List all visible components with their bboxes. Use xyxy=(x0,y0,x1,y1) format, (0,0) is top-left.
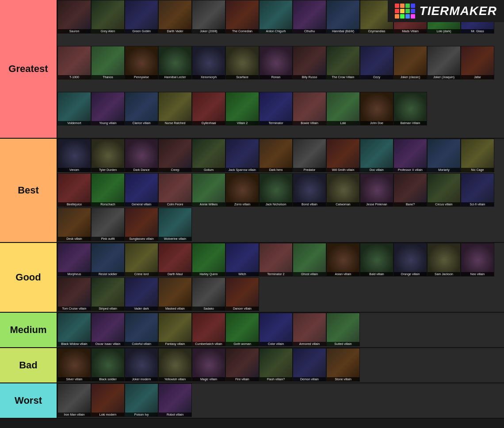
tier-cell[interactable]: Clarice villain xyxy=(125,92,158,125)
tier-cell[interactable]: Venom xyxy=(57,139,91,172)
tier-cell[interactable]: Rorschach xyxy=(91,173,125,207)
tier-cell[interactable]: General villain xyxy=(125,173,158,207)
tier-cell[interactable]: Doc villain xyxy=(360,139,393,172)
tier-cell[interactable]: Desk villain xyxy=(57,208,91,241)
tier-cell[interactable]: Billy Russo xyxy=(293,46,326,80)
tier-cell[interactable]: Robot villain xyxy=(158,383,192,417)
tier-cell[interactable]: Thanos xyxy=(91,46,125,80)
tier-cell[interactable]: Professor X villain xyxy=(393,139,427,172)
tier-cell[interactable]: Terminator xyxy=(259,92,293,125)
tier-cell[interactable]: Anton Chigurh xyxy=(259,0,293,34)
tier-cell[interactable]: Joker (2008) xyxy=(192,0,225,34)
tier-cell[interactable]: Color villain xyxy=(259,313,293,346)
tier-cell[interactable]: Flash villain? xyxy=(259,348,293,382)
tier-cell[interactable]: Jafar xyxy=(461,46,494,80)
tier-cell[interactable]: Striped villain xyxy=(91,277,125,311)
tier-cell[interactable]: Jack Nicholson xyxy=(259,173,293,207)
tier-cell[interactable]: Black Widow villain xyxy=(57,313,91,346)
tier-cell[interactable]: Wolverine villain xyxy=(158,208,192,241)
tier-cell[interactable]: Asian villain xyxy=(326,243,360,276)
tier-cell[interactable]: Gyllenhaal xyxy=(192,92,225,125)
tier-cell[interactable]: Oscar Isaac villain xyxy=(91,313,125,346)
tier-cell[interactable]: Fantasy villain xyxy=(158,313,192,346)
tier-cell[interactable]: Fire villain xyxy=(225,348,259,382)
tier-cell[interactable]: Tyler Durden xyxy=(91,139,125,172)
tier-cell[interactable]: Vader dark xyxy=(125,277,158,311)
tier-cell[interactable]: Yellowish villain xyxy=(158,348,192,382)
tier-cell[interactable]: Bald villain xyxy=(360,243,393,276)
tier-cell[interactable]: Nurse Ratched xyxy=(158,92,192,125)
tier-cell[interactable]: Moriarty xyxy=(427,139,461,172)
tier-cell[interactable]: Dark hero xyxy=(259,139,293,172)
tier-cell[interactable]: Iron Man villain xyxy=(57,383,91,417)
tier-cell[interactable]: Hannibal (B&W) xyxy=(326,0,360,34)
tier-cell[interactable]: Silver villain xyxy=(57,348,91,382)
tier-cell[interactable]: Xenomorph xyxy=(192,46,225,80)
tier-cell[interactable]: Orange villain xyxy=(393,243,427,276)
tier-cell[interactable]: Loki xyxy=(326,92,360,125)
tier-cell[interactable]: Armored villain xyxy=(293,313,326,346)
tier-cell[interactable]: Circus villain xyxy=(427,173,461,207)
tier-cell[interactable]: Witch xyxy=(225,243,259,276)
tier-cell[interactable]: Cumberbatch villain xyxy=(192,313,225,346)
tier-cell[interactable]: Jesse Pinkman xyxy=(360,173,393,207)
tier-cell[interactable]: Will Smith villain xyxy=(326,139,360,172)
tier-cell[interactable]: Bond villain xyxy=(293,173,326,207)
tier-cell[interactable]: The Comedian xyxy=(225,0,259,34)
tier-cell[interactable]: Morpheus xyxy=(57,243,91,276)
tier-cell[interactable]: Poison Ivy xyxy=(125,383,158,417)
tier-cell[interactable]: Cthulhu xyxy=(293,0,326,34)
tier-cell[interactable]: T-1000 xyxy=(57,46,91,80)
tier-cell[interactable]: Darth Maul xyxy=(158,243,192,276)
tier-cell[interactable]: Colorful villain xyxy=(125,313,158,346)
tier-cell[interactable]: The Crow Villain xyxy=(326,46,360,80)
tier-cell[interactable]: Predator xyxy=(293,139,326,172)
tier-cell[interactable]: Annie Wilkes xyxy=(192,173,225,207)
tier-cell[interactable]: Harley Quinn xyxy=(192,243,225,276)
tier-cell[interactable]: John Doe xyxy=(360,92,393,125)
tier-cell[interactable]: Ghost villain xyxy=(293,243,326,276)
tier-cell[interactable]: Terminator 2 xyxy=(259,243,293,276)
tier-cell[interactable]: Hannibal Lecter xyxy=(158,46,192,80)
tier-cell[interactable]: Pennywise xyxy=(125,46,158,80)
tier-cell[interactable]: Masked villain xyxy=(158,277,192,311)
tier-cell[interactable]: Dancer villain xyxy=(225,277,259,311)
tier-cell[interactable]: Scarface xyxy=(225,46,259,80)
tier-cell[interactable]: Sauron xyxy=(57,0,91,34)
tier-cell[interactable]: Nic Cage xyxy=(461,139,494,172)
tier-cell[interactable]: Pink outfit xyxy=(91,208,125,241)
tier-cell[interactable]: Sadako xyxy=(192,277,225,311)
tier-cell[interactable]: Suited villain xyxy=(326,313,360,346)
tier-cell[interactable]: Catwoman xyxy=(326,173,360,207)
tier-cell[interactable]: Joker modern xyxy=(125,348,158,382)
tier-cell[interactable]: Sci-fi villain xyxy=(461,173,494,207)
tier-cell[interactable]: Neo villain xyxy=(461,243,494,276)
tier-cell[interactable]: Joker (Joaquin) xyxy=(427,46,461,80)
tier-cell[interactable]: Ozzy xyxy=(360,46,393,80)
tier-cell[interactable]: Tom Cruise villain xyxy=(57,277,91,311)
tier-cell[interactable]: Sunglasses villain xyxy=(125,208,158,241)
tier-cell[interactable]: Grey Alien xyxy=(91,0,125,34)
tier-cell[interactable]: Sam Jackson xyxy=(427,243,461,276)
tier-cell[interactable]: Zorro villain xyxy=(225,173,259,207)
tier-cell[interactable]: Colm Feore xyxy=(158,173,192,207)
tier-cell[interactable]: Gollum xyxy=(192,139,225,172)
tier-cell[interactable]: Dark Dance xyxy=(125,139,158,172)
tier-cell[interactable]: Goth woman xyxy=(225,313,259,346)
tier-cell[interactable]: Bowie Villain xyxy=(293,92,326,125)
tier-cell[interactable]: Demon villain xyxy=(293,348,326,382)
tier-cell[interactable]: Black soldier xyxy=(91,348,125,382)
tier-cell[interactable]: Young villain xyxy=(91,92,125,125)
tier-cell[interactable]: Ronan xyxy=(259,46,293,80)
tier-cell[interactable]: Darth Vader xyxy=(158,0,192,34)
tier-cell[interactable]: Stone villain xyxy=(326,348,360,382)
tier-cell[interactable]: Green Goblin xyxy=(125,0,158,34)
tier-cell[interactable]: Resist soldier xyxy=(91,243,125,276)
tier-cell[interactable]: Magic villain xyxy=(192,348,225,382)
tier-cell[interactable]: Creep xyxy=(158,139,192,172)
tier-cell[interactable]: Loki modern xyxy=(91,383,125,417)
tier-cell[interactable]: Beetlejuice xyxy=(57,173,91,207)
tier-cell[interactable]: Crime lord xyxy=(125,243,158,276)
tier-cell[interactable]: Bane? xyxy=(393,173,427,207)
tier-cell[interactable]: Joker (classic) xyxy=(393,46,427,80)
